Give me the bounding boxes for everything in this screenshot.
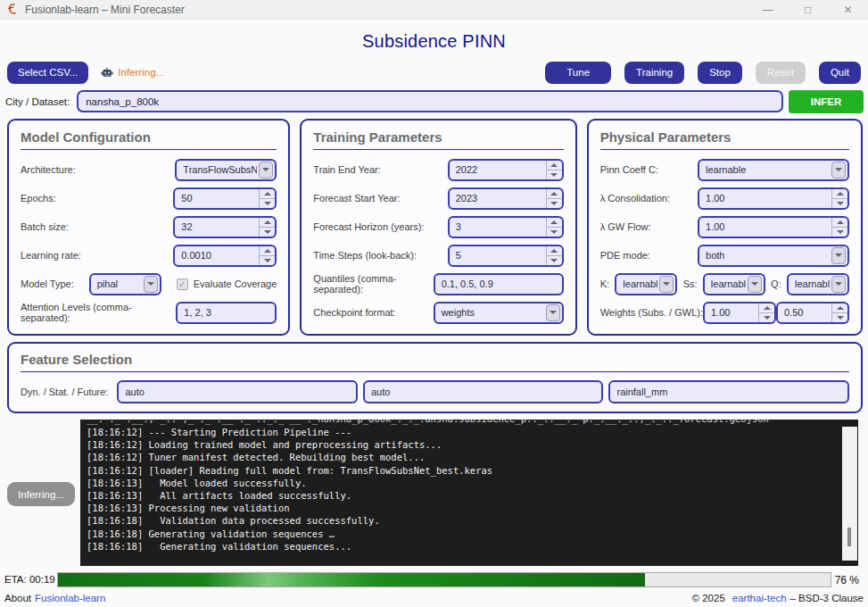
epochs-label: Epochs:: [21, 193, 56, 204]
spin-up-icon[interactable]: [832, 218, 847, 228]
toolbar: Select CSV... Inferring... Tune Training…: [7, 61, 861, 84]
chevron-down-icon[interactable]: [831, 276, 846, 293]
spin-down-icon[interactable]: [832, 199, 847, 208]
learning-rate-spinner[interactable]: 0.0010: [173, 245, 277, 267]
console-scrollbar[interactable]: [842, 427, 857, 561]
static-features-input[interactable]: [363, 380, 604, 403]
spinner-buttons[interactable]: [831, 304, 847, 322]
forecast-start-year-spinner[interactable]: 2023: [448, 187, 564, 210]
weights-subsidence-spinner[interactable]: 1.00: [703, 302, 776, 324]
spin-down-icon[interactable]: [547, 256, 562, 265]
forecast-start-year-value: 2023: [450, 193, 546, 204]
dataset-input[interactable]: [77, 90, 783, 112]
epochs-spinner[interactable]: 50: [173, 187, 277, 210]
q-value: learnable: [789, 279, 830, 289]
log-console[interactable]: __. ._ .__., _.. ,_ ._ .__ ._ .._._ __ .…: [80, 420, 858, 566]
ss-label: Ss:: [683, 279, 698, 289]
select-csv-button[interactable]: Select CSV...: [7, 62, 88, 84]
spin-up-icon[interactable]: [547, 161, 562, 170]
model-type-dropdown[interactable]: pihal: [89, 273, 161, 295]
infer-button[interactable]: INFER: [789, 90, 864, 113]
spin-down-icon[interactable]: [260, 256, 275, 265]
spin-up-icon[interactable]: [547, 218, 562, 228]
minimize-button[interactable]: —: [748, 0, 788, 20]
pinn-coeff-dropdown[interactable]: learnable: [698, 159, 849, 181]
checkpoint-format-value: weights: [435, 307, 544, 318]
chevron-down-icon[interactable]: [659, 276, 674, 293]
log-line: [18:16:18] Generating validation sequenc…: [87, 540, 835, 553]
lambda-gw-flow-spinner[interactable]: 1.00: [698, 216, 849, 238]
spin-down-icon[interactable]: [832, 313, 847, 322]
spin-up-icon[interactable]: [832, 304, 847, 313]
spin-down-icon[interactable]: [547, 199, 562, 208]
ss-dropdown[interactable]: learnable: [703, 273, 765, 295]
spinner-buttons[interactable]: [758, 304, 774, 322]
chevron-down-icon[interactable]: [259, 162, 273, 179]
spin-down-icon[interactable]: [832, 228, 847, 237]
spinner-buttons[interactable]: [259, 189, 275, 208]
chevron-down-icon[interactable]: [144, 276, 158, 293]
checkpoint-format-label: Checkpoint format:: [313, 307, 395, 318]
titlebar: Fusionlab-learn – Mini Forecaster — □ ✕: [0, 0, 868, 20]
spin-up-icon[interactable]: [260, 246, 275, 256]
chevron-down-icon[interactable]: [831, 247, 846, 264]
progress-percent-label: 76 %: [835, 574, 859, 586]
spin-up-icon[interactable]: [547, 189, 562, 199]
future-features-input[interactable]: [608, 380, 849, 403]
chevron-down-icon[interactable]: [546, 304, 560, 321]
quit-button[interactable]: Quit: [819, 62, 861, 84]
reset-button[interactable]: Reset: [756, 62, 806, 84]
time-steps-spinner[interactable]: 5: [448, 245, 564, 267]
lambda-consolidation-spinner[interactable]: 1.00: [698, 187, 849, 210]
spinner-buttons[interactable]: [546, 189, 562, 208]
spin-down-icon[interactable]: [547, 228, 562, 237]
spin-down-icon[interactable]: [759, 313, 774, 322]
spinner-buttons[interactable]: [831, 218, 847, 237]
org-link[interactable]: earthai-tech: [732, 593, 787, 603]
spin-down-icon[interactable]: [547, 170, 562, 179]
scrollbar-thumb[interactable]: [847, 528, 851, 546]
forecast-start-year-label: Forecast Start Year:: [313, 193, 400, 204]
spinner-buttons[interactable]: [259, 218, 275, 237]
spin-down-icon[interactable]: [260, 228, 275, 237]
about-link[interactable]: Fusionlab-learn: [35, 593, 105, 603]
stop-button[interactable]: Stop: [698, 62, 742, 84]
spin-up-icon[interactable]: [832, 189, 847, 199]
k-dropdown[interactable]: learnable: [615, 273, 677, 295]
training-button[interactable]: Training: [624, 62, 684, 84]
forecast-horizon-spinner[interactable]: 3: [448, 216, 564, 238]
attention-levels-input[interactable]: [176, 302, 277, 324]
pde-mode-dropdown[interactable]: both: [698, 245, 849, 267]
spin-up-icon[interactable]: [547, 246, 562, 256]
train-end-year-spinner[interactable]: 2022: [448, 159, 564, 181]
quantiles-input[interactable]: [434, 273, 564, 295]
chevron-down-icon[interactable]: [831, 162, 846, 179]
spinner-buttons[interactable]: [546, 161, 562, 179]
dynamic-features-input[interactable]: [117, 380, 358, 403]
batch-size-spinner[interactable]: 32: [173, 216, 277, 238]
q-dropdown[interactable]: learnable: [787, 273, 849, 295]
model-configuration-title: Model Configuration: [21, 129, 277, 145]
evaluate-coverage-checkbox[interactable]: ✓: [177, 279, 188, 290]
spinner-buttons[interactable]: [546, 218, 562, 237]
maximize-button[interactable]: □: [788, 0, 828, 20]
time-steps-value: 5: [450, 250, 546, 261]
spin-down-icon[interactable]: [260, 199, 275, 208]
architecture-value: TransFlowSubsNet: [177, 164, 257, 175]
tune-button[interactable]: Tune: [545, 62, 611, 84]
pinn-coeff-label: Pinn Coeff C:: [600, 164, 658, 175]
spin-up-icon[interactable]: [260, 218, 275, 228]
spinner-buttons[interactable]: [831, 189, 847, 208]
weights-gwl-spinner[interactable]: 0.50: [776, 302, 849, 324]
spinner-buttons[interactable]: [259, 246, 275, 265]
chevron-down-icon[interactable]: [748, 276, 762, 293]
checkpoint-format-dropdown[interactable]: weights: [434, 302, 564, 324]
close-button[interactable]: ✕: [828, 0, 868, 20]
architecture-dropdown[interactable]: TransFlowSubsNet: [175, 159, 277, 181]
spinner-buttons[interactable]: [546, 246, 562, 265]
spin-up-icon[interactable]: [260, 189, 275, 199]
inferring-status-button: Inferring...: [7, 482, 75, 506]
spin-up-icon[interactable]: [759, 304, 774, 313]
lambda-consolidation-value: 1.00: [699, 193, 831, 204]
page-title: Subsidence PINN: [0, 31, 868, 52]
